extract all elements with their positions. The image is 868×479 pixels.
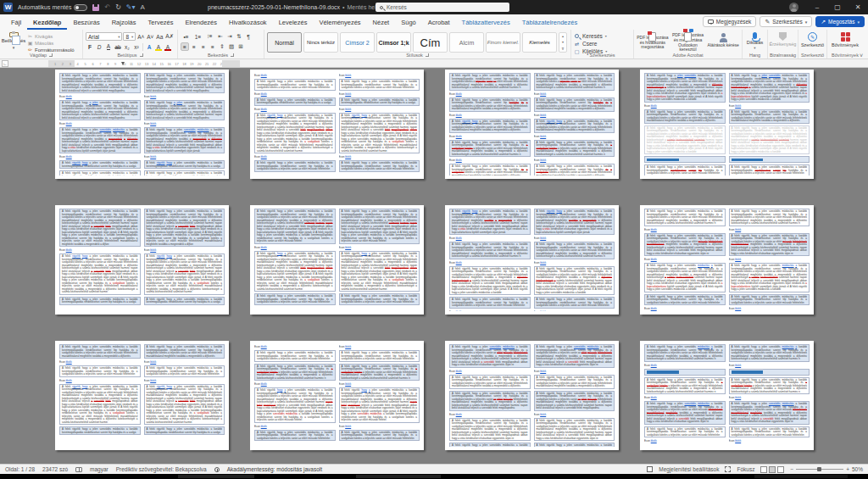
italic-button[interactable]: D	[95, 42, 103, 51]
show-formatting-button[interactable]: ¶	[244, 32, 253, 41]
tab-acrobat[interactable]: Acrobat	[422, 16, 456, 30]
zoom-out-button[interactable]: −	[790, 466, 793, 472]
acrobat-button-2[interactable]: PDF létrehozása és megosztása Outlookon …	[672, 31, 704, 50]
draw-pen-icon[interactable]: ✎▾	[126, 0, 136, 14]
collapse-ribbon-icon[interactable]: ˅	[860, 53, 863, 58]
document-page-1[interactable]: A felek rögzítik hogy a jelen szerződés …	[55, 70, 229, 179]
autosave-toggle[interactable]	[74, 4, 87, 11]
text-effects-button[interactable]: A	[145, 42, 153, 51]
search-input[interactable]: Keresés	[376, 3, 509, 12]
dialog-launcher-icon[interactable]	[140, 53, 143, 57]
replace-button[interactable]: ⇄Csere	[574, 41, 631, 47]
dialog-launcher-icon[interactable]	[231, 53, 234, 57]
decrease-indent-button[interactable]: ⇤	[216, 32, 225, 41]
font-color-button[interactable]: A	[164, 42, 172, 51]
sort-button[interactable]: ⇅	[235, 32, 243, 41]
underline-button[interactable]: A	[104, 42, 113, 51]
proofing-icon[interactable]	[75, 467, 82, 472]
horizontal-ruler[interactable]: 123456789101112131415161718192021222324	[48, 60, 240, 67]
acrobat-button-1[interactable]: PDF létrehozása és hivatkozás megosztása	[637, 31, 669, 50]
align-right-button[interactable]: ≡	[199, 42, 208, 51]
grow-font-button[interactable]: A˄	[136, 32, 145, 41]
dialog-launcher-icon[interactable]	[49, 53, 53, 57]
minimize-button[interactable]: –	[807, 0, 827, 14]
justify-button[interactable]: ≡	[209, 42, 217, 51]
zoom-slider[interactable]	[796, 469, 843, 470]
share-button[interactable]: ↗ Megosztás ▾	[815, 16, 865, 27]
tab-kezdőlap[interactable]: Kezdőlap	[27, 16, 67, 30]
numbering-button[interactable]: 1≡	[192, 32, 203, 41]
superscript-button[interactable]: x²	[132, 42, 141, 51]
print-layout-icon[interactable]	[769, 466, 776, 473]
paste-button[interactable]: Beillesztés ▾	[3, 31, 25, 50]
search-button[interactable]: Keresés▾	[574, 33, 631, 39]
document-page-8[interactable]: A felek rögzítik hogy a jelen szerződés …	[640, 205, 814, 315]
bullets-button[interactable]: •≡	[181, 32, 192, 41]
shrink-font-button[interactable]: A˅	[146, 32, 154, 41]
bold-button[interactable]: F	[86, 42, 94, 51]
tab-táblázattervezés[interactable]: Táblázattervezés	[456, 16, 516, 30]
language-indicator[interactable]: magyar	[90, 466, 108, 472]
style-title[interactable]: Cím	[413, 32, 448, 53]
style-sub[interactable]: Alcím	[449, 32, 484, 53]
document-page-3[interactable]: A felek rögzítik hogy a jelen szerződés …	[445, 70, 619, 179]
align-left-button[interactable]: ≡	[181, 42, 189, 51]
dialog-launcher-icon[interactable]	[426, 53, 429, 57]
accessibility-status[interactable]: Akadálymentesség: módosítás javasolt	[227, 466, 322, 472]
zoom-in-button[interactable]: +	[846, 466, 849, 472]
document-page-9[interactable]: A felek rögzítik hogy a jelen szerződés …	[55, 341, 229, 450]
copy-button[interactable]: ▣ Másolás	[27, 40, 75, 46]
document-page-6[interactable]: A felek rögzítik hogy a jelen szerződés …	[250, 205, 424, 315]
tab-táblázatelrendezés[interactable]: Táblázatelrendezés	[516, 16, 583, 30]
change-case-button[interactable]: Aa	[155, 32, 164, 41]
tab-rajzolás[interactable]: Rajzolás	[106, 16, 142, 30]
document-page-12[interactable]: A felek rögzítik hogy a jelen szerződés …	[640, 341, 814, 450]
sensitivity-button[interactable]: Érzékenység	[771, 31, 795, 47]
addins-button[interactable]: Bővítmények	[830, 31, 860, 47]
document-page-7[interactable]: A felek rögzítik hogy a jelen szerződés …	[445, 205, 619, 315]
ink-format-icon[interactable]: A	[141, 0, 145, 14]
focus-label[interactable]: Fókusz	[737, 466, 754, 472]
document-page-2[interactable]: Econ blokkA felek rögzítik hogy a jelen …	[250, 70, 424, 179]
autosave-control[interactable]: Automatikus mentés	[18, 4, 87, 11]
format-painter-button[interactable]: ✏ Formátummásoló	[27, 47, 75, 53]
tab-beszúrás[interactable]: Beszúrás	[67, 16, 105, 30]
style-emph[interactable]: Kiemelés	[522, 32, 557, 53]
page-indicator[interactable]: Oldal: 1 / 28	[5, 466, 35, 472]
style-nospace[interactable]: Nincs térköz	[303, 32, 338, 53]
predictive-text-status[interactable]: Prediktív szövegbevitel: Bekapcsolva	[116, 466, 207, 472]
strikethrough-button[interactable]: ab	[114, 42, 122, 51]
display-settings-label[interactable]: Megjelenítési beállítások	[659, 466, 719, 472]
left-indent-marker[interactable]	[121, 62, 125, 65]
undo-icon[interactable]: ↶	[104, 0, 110, 14]
tab-fájl[interactable]: Fájl	[5, 16, 27, 30]
multilevel-list-button[interactable]: ⁝≡	[204, 32, 215, 41]
close-button[interactable]: ✕	[848, 0, 868, 14]
acrobat-button-3[interactable]: Aláírások kérése	[707, 31, 739, 50]
font-size-select[interactable]: 8▾	[123, 32, 136, 41]
web-layout-icon[interactable]	[777, 466, 784, 473]
document-page-5[interactable]: A felek rögzítik hogy a jelen szerződés …	[55, 205, 229, 315]
save-icon[interactable]	[92, 4, 99, 11]
tab-súgó[interactable]: Súgó	[395, 16, 422, 30]
style-h1[interactable]: Címsor 1;k	[376, 32, 411, 53]
zoom-slider-knob[interactable]	[817, 467, 821, 471]
redo-icon[interactable]: ↻	[115, 0, 121, 14]
tab-véleményezés[interactable]: Véleményezés	[313, 16, 366, 30]
styles-more-button[interactable]: ▴▾⊽	[559, 32, 567, 53]
shading-button[interactable]: ▨	[227, 42, 236, 51]
subscript-button[interactable]: x₂	[123, 42, 131, 51]
tab-selector[interactable]: ∟	[2, 60, 8, 67]
line-spacing-button[interactable]: ⇕	[218, 42, 226, 51]
editor-button[interactable]: ✎ Szerkesztő	[801, 31, 824, 47]
style-subtle[interactable]: Finom kiemel.	[486, 32, 520, 53]
dictate-button[interactable]: Diktálás ▾	[745, 31, 765, 50]
cut-button[interactable]: ✂ Kivágás	[27, 33, 75, 39]
clear-formatting-button[interactable]: A✗	[164, 32, 175, 41]
font-name-select[interactable]: Arial▾	[86, 32, 122, 41]
avatar[interactable]	[789, 3, 798, 12]
document-page-10[interactable]: Econ blokkA felek rögzítik hogy a jelen …	[250, 341, 424, 450]
borders-button[interactable]: ⊞	[236, 42, 245, 51]
style-h2[interactable]: Címsor 2	[340, 32, 375, 53]
read-mode-icon[interactable]	[760, 466, 767, 473]
